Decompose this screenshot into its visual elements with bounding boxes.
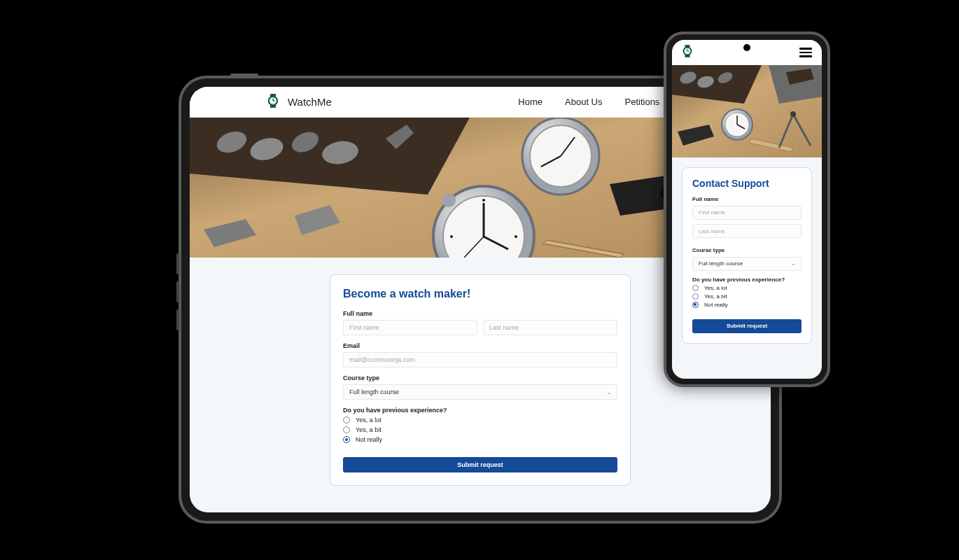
form-title: Become a watch maker! bbox=[343, 288, 617, 300]
radio-yes-abit[interactable]: Yes, a bit bbox=[343, 426, 617, 433]
watch-icon bbox=[682, 45, 693, 60]
field-fullname: Full name bbox=[343, 310, 617, 335]
radio-label: Yes, a lot bbox=[356, 416, 382, 424]
nav-about[interactable]: About Us bbox=[565, 97, 602, 107]
mobile-hero-image bbox=[672, 65, 822, 158]
label-fullname: Full name bbox=[343, 310, 617, 317]
radio-label: Not really bbox=[704, 302, 728, 308]
mobile-course-select-value[interactable] bbox=[692, 257, 802, 271]
menu-icon[interactable] bbox=[799, 48, 812, 57]
radio-icon bbox=[343, 426, 350, 433]
svg-point-24 bbox=[442, 193, 456, 207]
mobile-field-experience: Do you have previous experience? Yes, a … bbox=[692, 276, 802, 308]
brand-name: WatchMe bbox=[288, 96, 332, 108]
label-experience: Do you have previous experience? bbox=[343, 407, 617, 414]
mobile-field-fullname: Full name bbox=[692, 196, 802, 241]
course-select-value[interactable] bbox=[343, 384, 617, 400]
mobile-radio-not-really[interactable]: Not really bbox=[692, 302, 802, 308]
mobile-first-name-input[interactable] bbox=[692, 206, 802, 220]
mobile-label-experience: Do you have previous experience? bbox=[692, 276, 802, 283]
brand: WatchMe bbox=[267, 94, 332, 111]
svg-point-21 bbox=[482, 199, 485, 202]
mobile-radio-yes-alot[interactable]: Yes, a lot bbox=[692, 285, 802, 291]
mobile-label-fullname: Full name bbox=[692, 196, 802, 202]
radio-icon bbox=[692, 285, 699, 291]
radio-label: Not really bbox=[356, 436, 382, 443]
radio-yes-alot[interactable]: Yes, a lot bbox=[343, 416, 617, 424]
field-experience: Do you have previous experience? Yes, a … bbox=[343, 407, 617, 443]
mobile-radio-yes-abit[interactable]: Yes, a bit bbox=[692, 293, 802, 300]
radio-icon bbox=[692, 302, 699, 308]
radio-not-really[interactable]: Not really bbox=[343, 436, 617, 443]
phone-app-viewport: Contact Support Full name Course type ⌄ bbox=[672, 40, 822, 379]
nav-petitions[interactable]: Petitions bbox=[625, 97, 660, 107]
signup-form-card: Become a watch maker! Full name Email bbox=[330, 274, 631, 486]
mobile-contact-form-card: Contact Support Full name Course type ⌄ bbox=[682, 167, 812, 344]
mobile-form-container: Contact Support Full name Course type ⌄ bbox=[672, 158, 822, 379]
svg-point-54 bbox=[790, 111, 796, 117]
tablet-side-buttons bbox=[176, 253, 179, 337]
mobile-course-select[interactable]: ⌄ bbox=[692, 255, 802, 271]
phone-camera-notch bbox=[743, 44, 750, 51]
svg-point-22 bbox=[514, 235, 517, 238]
course-select[interactable]: ⌄ bbox=[343, 384, 617, 400]
field-course: Course type ⌄ bbox=[343, 374, 617, 400]
submit-button[interactable]: Submit request bbox=[343, 457, 617, 472]
radio-label: Yes, a bit bbox=[704, 293, 727, 300]
first-name-input[interactable] bbox=[343, 320, 477, 335]
radio-icon bbox=[343, 416, 350, 424]
mobile-last-name-input[interactable] bbox=[692, 224, 802, 238]
tablet-power-button bbox=[230, 74, 258, 76]
radio-label: Yes, a bit bbox=[356, 426, 382, 433]
last-name-input[interactable] bbox=[483, 320, 617, 335]
watch-icon bbox=[267, 94, 279, 111]
mobile-form-title: Contact Support bbox=[692, 178, 802, 189]
label-email: Email bbox=[343, 342, 617, 349]
radio-icon bbox=[343, 436, 350, 443]
field-email: Email bbox=[343, 342, 617, 368]
radio-icon bbox=[692, 293, 699, 300]
nav-home[interactable]: Home bbox=[518, 97, 542, 107]
mobile-field-course: Course type ⌄ bbox=[692, 247, 802, 271]
phone-device-frame: Contact Support Full name Course type ⌄ bbox=[664, 31, 830, 387]
email-input[interactable] bbox=[343, 352, 617, 368]
radio-label: Yes, a lot bbox=[704, 285, 727, 291]
phone-screen: Contact Support Full name Course type ⌄ bbox=[672, 40, 822, 379]
svg-point-23 bbox=[450, 235, 453, 238]
mobile-submit-button[interactable]: Submit request bbox=[692, 319, 802, 333]
label-course: Course type bbox=[343, 374, 617, 382]
mobile-label-course: Course type bbox=[692, 247, 802, 253]
